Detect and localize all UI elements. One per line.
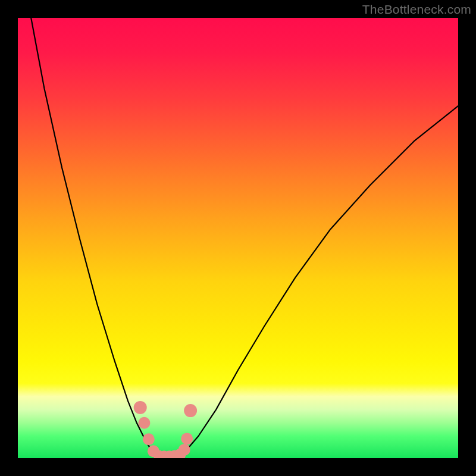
curve-right-branch: [176, 106, 458, 458]
chart-svg: [18, 18, 458, 458]
plot-area: [18, 18, 458, 458]
data-point: [178, 444, 190, 456]
watermark-text: TheBottleneck.com: [362, 2, 471, 17]
data-point: [134, 401, 147, 414]
chart-frame: TheBottleneck.com: [0, 0, 476, 476]
curve-left-branch: [31, 18, 159, 458]
data-point: [138, 417, 150, 429]
data-point: [181, 433, 193, 444]
marker-group: [134, 401, 197, 458]
curve-lines: [31, 18, 458, 458]
data-point: [143, 433, 155, 445]
data-point: [184, 404, 197, 417]
